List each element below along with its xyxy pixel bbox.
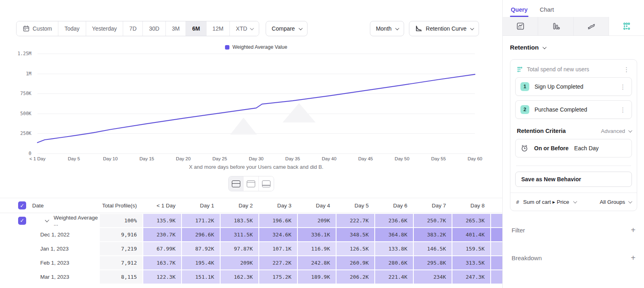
row-label-cell[interactable]: Mar 1, 2023	[0, 270, 99, 284]
gridline	[37, 153, 475, 154]
date-range-segmented-control: CustomTodayYesterday7D30D3M6M12MXTD	[16, 21, 259, 36]
header-col: Day 6	[375, 198, 413, 213]
select-all-checkbox[interactable]: ✓	[18, 201, 26, 209]
range-3m[interactable]: 3M	[166, 21, 186, 36]
header-overflow-col	[491, 198, 502, 213]
compare-label: Compare	[272, 25, 295, 32]
header-date: ✓Date	[0, 198, 99, 213]
x-axis-tick: Day 5	[68, 156, 80, 161]
table-row: Mar 1, 20238,115122.3K151.1K162.3K175.2K…	[0, 270, 502, 284]
range-12m[interactable]: 12M	[206, 21, 230, 36]
x-axis-caption: X and more days before your Users came b…	[37, 164, 475, 170]
expand-chevron-icon[interactable]	[45, 218, 50, 222]
divider	[516, 166, 631, 166]
toolbar: CustomTodayYesterday7D30D3M6M12MXTD Comp…	[16, 21, 479, 36]
table-view-toggle[interactable]	[259, 176, 274, 191]
range-today[interactable]: Today	[58, 21, 86, 36]
retention-value-cell: 135.9K	[143, 214, 181, 227]
report-type-dropdown[interactable]: Retention	[510, 44, 637, 51]
retention-value-cell: 183.5K	[221, 214, 258, 227]
range-30d[interactable]: 30D	[143, 21, 166, 36]
retention-line-chart: 1.25M1M750K500K250K0	[0, 54, 502, 153]
criteria-card[interactable]: On or Before Each Day	[515, 139, 632, 157]
retention-value-cell: 296.6K	[182, 228, 220, 241]
overflow-value-cell	[491, 228, 502, 241]
row-label: Jan 1, 2023	[40, 246, 69, 252]
row-label: Weighted Average ...	[54, 215, 99, 227]
kebab-menu-icon[interactable]: ⋮	[618, 107, 627, 113]
add-breakdown-button plus-icon[interactable]: +	[631, 253, 636, 263]
advanced-label: Advanced	[601, 128, 625, 134]
chevron-down-icon	[573, 199, 577, 203]
step-card-2[interactable]: 2 Purchase Completed ⋮	[515, 100, 632, 119]
x-axis-tick: < 1 Day	[29, 156, 45, 161]
retention-value-cell: 265.3K	[452, 214, 490, 227]
step-card-1[interactable]: 1 Sign Up Completed ⋮	[515, 77, 632, 96]
funnels-report-tab[interactable]	[538, 17, 574, 35]
panel-tabs: Query Chart	[503, 0, 644, 17]
range-xtd[interactable]: XTD	[230, 21, 259, 36]
measure-property-dropdown[interactable]: Sum of cart ▸ Price	[523, 199, 569, 205]
x-axis-tick: Day 50	[395, 156, 409, 161]
retention-value-cell: 126.5K	[336, 242, 374, 255]
range-7d[interactable]: 7D	[123, 21, 143, 36]
groups-label: All Groups	[600, 199, 625, 205]
criteria-heading: Retention Criteria	[517, 128, 601, 134]
retention-report-tab[interactable]	[609, 17, 644, 35]
save-as-new-behavior-button[interactable]: Save as New Behavior	[515, 172, 632, 187]
overflow-value-cell	[491, 214, 502, 227]
retention-table: ✓DateTotal Profile(s)< 1 DayDay 1Day 2Da…	[0, 198, 502, 284]
table-view-icon	[262, 180, 270, 187]
retention-value-cell: 175.2K	[259, 270, 297, 284]
total-profiles-cell: 9,916	[100, 228, 142, 241]
chart-view-icon	[247, 180, 255, 187]
retention-value-cell: 163.7K	[143, 256, 181, 269]
add-filter-button plus-icon[interactable]: +	[631, 226, 636, 235]
compare-button[interactable]: Compare	[266, 21, 308, 36]
criteria-window[interactable]: Each Day	[574, 145, 599, 151]
criteria-condition[interactable]: On or Before	[534, 145, 569, 151]
chevron-down-icon	[628, 199, 632, 203]
range-label: 30D	[149, 25, 159, 32]
granularity-dropdown[interactable]: Month	[370, 21, 404, 36]
chart-type-label: Retention Curve	[426, 25, 466, 32]
tab-chart[interactable]: Chart	[540, 6, 554, 17]
kebab-menu-icon[interactable]: ⋮	[618, 84, 627, 90]
step-event-label: Sign Up Completed	[535, 83, 613, 90]
row-label-cell[interactable]: Jan 1, 2023	[0, 242, 99, 255]
retention-value-cell: 401.4K	[452, 228, 490, 241]
row-label-cell[interactable]: Feb 1, 2023	[0, 256, 99, 269]
header-col: Total Profile(s)	[100, 198, 142, 213]
step-event-label: Purchase Completed	[535, 106, 613, 113]
flows-report-tab[interactable]	[574, 17, 609, 35]
chart-legend: Weighted Average Value	[37, 44, 475, 50]
groups-dropdown[interactable]: All Groups	[600, 199, 631, 205]
x-axis-tick: Day 10	[103, 156, 118, 161]
chevron-down-icon	[395, 26, 399, 30]
tab-query[interactable]: Query	[511, 6, 528, 17]
overflow-value-cell	[491, 270, 502, 284]
retention-value-cell: 234K	[414, 270, 452, 284]
range-custom[interactable]: Custom	[17, 21, 58, 36]
row-label-cell[interactable]: ✓Weighted Average ...	[0, 214, 99, 227]
split-view-toggle[interactable]	[229, 176, 244, 191]
total-profiles-cell: 7,219	[100, 242, 142, 255]
range-6m[interactable]: 6M	[186, 21, 206, 36]
row-label: Feb 1, 2023	[40, 260, 69, 266]
row-label: Dec 1, 2022	[40, 232, 70, 238]
row-checkbox[interactable]: ✓	[18, 217, 26, 225]
range-yesterday[interactable]: Yesterday	[86, 21, 124, 36]
insights-report-tab[interactable]	[503, 17, 538, 35]
flows-icon	[587, 22, 595, 30]
range-label: Yesterday	[92, 25, 117, 32]
chevron-down-icon	[250, 26, 254, 30]
retention-value-cell: 209K	[221, 256, 258, 269]
retention-value-cell: 230.7K	[143, 228, 181, 241]
chart-view-toggle[interactable]	[244, 176, 258, 191]
chart-type-dropdown[interactable]: Retention Curve	[409, 21, 479, 36]
x-axis-tick: Day 15	[140, 156, 154, 161]
advanced-dropdown[interactable]: Advanced	[601, 128, 631, 134]
retention-value-cell: 162.3K	[221, 270, 258, 284]
row-label-cell[interactable]: Dec 1, 2022	[0, 228, 99, 241]
kebab-menu-icon[interactable]: ⋮	[622, 66, 631, 73]
